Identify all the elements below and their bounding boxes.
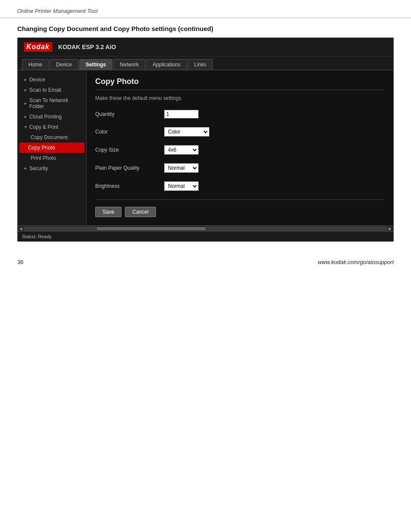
sidebar-label-copy-print: Copy & Print xyxy=(29,124,58,130)
sidebar-label-cloud: Cloud Printing xyxy=(29,114,62,120)
sidebar-item-cloud[interactable]: ► Cloud Printing xyxy=(18,112,86,122)
scrollbar-area: ◀ ▶ xyxy=(18,225,393,231)
select-brightness[interactable]: Normal Lighter Darker xyxy=(164,181,199,191)
color-select[interactable]: Color Black & White xyxy=(164,127,209,137)
cancel-button[interactable]: Cancel xyxy=(125,207,156,217)
select-copy-size[interactable]: 4x6 5x7 8x10 xyxy=(164,145,199,155)
sidebar: ► Device ► Scan to Email ► Scan To Netwo… xyxy=(18,70,87,225)
sidebar-label-copy-document: Copy Document xyxy=(31,134,68,140)
browser-topbar: Kodak KODAK ESP 3.2 AiO xyxy=(18,38,393,56)
kodak-logo: Kodak xyxy=(24,42,52,52)
sidebar-item-device[interactable]: ► Device xyxy=(18,75,86,85)
page-number: 36 xyxy=(17,259,23,265)
sidebar-label-copy-photo: Copy Photo xyxy=(28,145,55,151)
sidebar-label-device: Device xyxy=(29,77,45,83)
form-divider xyxy=(95,199,385,200)
page-header: Online Printer Management Tool xyxy=(0,0,411,18)
select-paper-quality[interactable]: Normal Draft Best xyxy=(164,163,199,173)
printer-model: KODAK ESP 3.2 AiO xyxy=(58,44,116,50)
status-text: Status: Ready xyxy=(22,234,52,239)
tab-network[interactable]: Network xyxy=(113,59,145,70)
sidebar-label-scan-network: Scan To Network Folder xyxy=(29,97,82,109)
browser-window: Kodak KODAK ESP 3.2 AiO Home Device Sett… xyxy=(17,37,394,242)
tab-links[interactable]: Links xyxy=(188,59,213,70)
input-quantity[interactable] xyxy=(164,110,199,118)
sidebar-item-security[interactable]: ► Security xyxy=(18,163,86,174)
select-color[interactable]: Color Black & White xyxy=(164,127,209,137)
copy-size-select[interactable]: 4x6 5x7 8x10 xyxy=(164,145,199,155)
arrow-icon: ► xyxy=(24,166,28,171)
label-color: Color xyxy=(95,129,164,135)
sidebar-item-print-photo[interactable]: Print Photo xyxy=(18,153,86,163)
scroll-left-icon[interactable]: ◀ xyxy=(19,227,22,231)
arrow-icon: ► xyxy=(24,115,28,119)
sidebar-item-scan-network[interactable]: ► Scan To Network Folder xyxy=(18,95,86,112)
nav-tabs: Home Device Settings Network Application… xyxy=(18,56,393,70)
arrow-icon: ► xyxy=(24,101,28,106)
paper-quality-select[interactable]: Normal Draft Best xyxy=(164,163,199,173)
form-row-brightness: Brightness Normal Lighter Darker xyxy=(95,180,385,193)
scroll-thumb xyxy=(97,227,206,230)
sidebar-label-scan-email: Scan to Email xyxy=(29,87,61,93)
tab-device[interactable]: Device xyxy=(50,59,78,70)
action-buttons: Save Cancel xyxy=(95,207,385,217)
tab-applications[interactable]: Applications xyxy=(146,59,187,70)
content-panel: Copy Photo Make these the default menu s… xyxy=(87,70,393,225)
label-brightness: Brightness xyxy=(95,183,164,189)
label-copy-size: Copy Size xyxy=(95,147,164,153)
status-bar: Status: Ready xyxy=(18,231,393,241)
sidebar-item-copy-photo[interactable]: Copy Photo xyxy=(19,143,84,153)
scroll-right-icon[interactable]: ▶ xyxy=(389,227,392,231)
sidebar-label-print-photo: Print Photo xyxy=(31,155,56,161)
sidebar-item-copy-document[interactable]: Copy Document xyxy=(18,132,86,143)
quantity-input[interactable] xyxy=(164,110,199,118)
section-title: Changing Copy Document and Copy Photo se… xyxy=(0,25,411,37)
form-row-copy-size: Copy Size 4x6 5x7 8x10 xyxy=(95,143,385,156)
tab-home[interactable]: Home xyxy=(22,59,49,70)
arrow-icon: ► xyxy=(24,88,28,92)
sidebar-label-security: Security xyxy=(29,165,48,171)
sidebar-item-copy-print[interactable]: ▼ Copy & Print xyxy=(18,122,86,132)
form-row-color: Color Color Black & White xyxy=(95,125,385,138)
save-button[interactable]: Save xyxy=(95,207,121,217)
scroll-track[interactable] xyxy=(24,227,387,230)
subtitle-text: Make these the default menu settings. xyxy=(95,95,385,101)
sidebar-item-scan-email[interactable]: ► Scan to Email xyxy=(18,85,86,95)
footer-url: www.kodak.com/go/aiosupport xyxy=(318,259,394,265)
label-paper-quality: Plain Paper Quality xyxy=(95,165,164,171)
brightness-select[interactable]: Normal Lighter Darker xyxy=(164,181,199,191)
content-title: Copy Photo xyxy=(95,77,385,90)
label-quantity: Quantity xyxy=(95,111,164,117)
form-row-quantity: Quantity xyxy=(95,108,385,120)
arrow-down-icon: ▼ xyxy=(24,125,28,129)
page-footer: 36 www.kodak.com/go/aiosupport xyxy=(0,250,411,274)
arrow-icon: ► xyxy=(24,78,28,82)
header-text: Online Printer Management Tool xyxy=(17,8,98,14)
tab-settings[interactable]: Settings xyxy=(79,59,112,70)
form-row-paper-quality: Plain Paper Quality Normal Draft Best xyxy=(95,162,385,174)
main-content: ► Device ► Scan to Email ► Scan To Netwo… xyxy=(18,70,393,225)
